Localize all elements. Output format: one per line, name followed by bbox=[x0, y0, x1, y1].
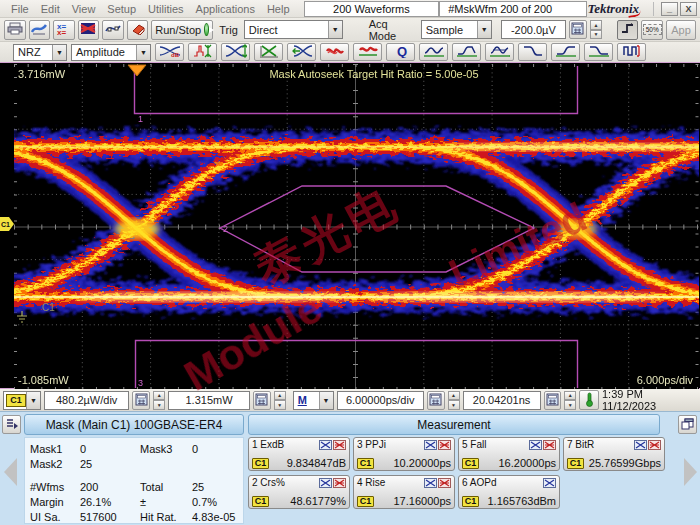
keypad-button[interactable] bbox=[544, 391, 562, 410]
vertical-scale-stepper[interactable]: ▲▼ bbox=[153, 391, 165, 410]
measurement-badge[interactable]: 4 Rise C1 17.16000ps bbox=[353, 475, 455, 509]
noise-button[interactable] bbox=[353, 43, 382, 61]
jitter-red-icon bbox=[324, 44, 346, 60]
waveform-badge-icon[interactable] bbox=[319, 440, 332, 450]
print-button[interactable] bbox=[4, 20, 26, 40]
menu-item[interactable]: Applications bbox=[190, 3, 261, 15]
edge-trigger-button[interactable] bbox=[617, 20, 639, 40]
app-button[interactable]: App bbox=[666, 20, 696, 40]
waveform-badge-icon[interactable] bbox=[543, 478, 556, 488]
menu-item[interactable]: View bbox=[66, 3, 102, 15]
keypad-button[interactable] bbox=[569, 20, 587, 39]
rise2-measure-button[interactable] bbox=[551, 43, 580, 61]
mask-stat-row: Mask2 25 bbox=[30, 456, 243, 471]
eye-width-button[interactable] bbox=[287, 43, 316, 61]
measure-category-select[interactable]: Amplitude▼ bbox=[71, 44, 151, 61]
measurement-badge[interactable]: 1 ExdB C1 9.834847dB bbox=[248, 437, 350, 471]
set-50pct-button[interactable]: 50% bbox=[641, 20, 663, 40]
waveform-badge-icon[interactable] bbox=[634, 440, 647, 450]
chevron-down-icon: ▼ bbox=[319, 392, 333, 409]
measurement-badge[interactable]: 3 PPJi C1 10.20000ps bbox=[353, 437, 455, 471]
timebase-select[interactable]: M ▼ bbox=[293, 391, 334, 410]
run-stop-button[interactable]: Run/Stop bbox=[151, 20, 213, 40]
panel-window-button[interactable] bbox=[678, 415, 697, 434]
mask-badge-icon[interactable] bbox=[333, 478, 346, 488]
fall2-measure-button[interactable] bbox=[584, 43, 613, 61]
crossing-button[interactable] bbox=[254, 43, 283, 61]
rise-measure-button[interactable] bbox=[452, 43, 481, 61]
menu-item[interactable]: Setup bbox=[101, 3, 142, 15]
waveform-badge-icon[interactable] bbox=[424, 478, 437, 488]
scale-control-bar: C1 ▼ 480.2µW/div ▲▼ 1.315mW ▲▼ M ▼ 6.000… bbox=[0, 389, 700, 411]
horizontal-scale-input[interactable]: 6.00000ps/div bbox=[337, 391, 424, 410]
chevron-down-icon: ▼ bbox=[136, 45, 150, 60]
panel-list-button[interactable] bbox=[2, 415, 21, 434]
mask-badge-icon[interactable] bbox=[438, 478, 451, 488]
mask-panel-header: Mask (Main C1) 100GBASE-ER4 bbox=[24, 414, 244, 435]
burst-measure-button[interactable] bbox=[617, 43, 646, 61]
keypad-button[interactable] bbox=[427, 391, 445, 410]
measurement-badges: 1 ExdB C1 9.834847dB 3 PPJi bbox=[248, 437, 665, 509]
close-button[interactable]: X bbox=[680, 2, 697, 16]
chevron-down-icon: ▼ bbox=[26, 392, 40, 409]
mask-badge-icon[interactable] bbox=[333, 440, 346, 450]
minimize-button[interactable]: _ bbox=[661, 2, 678, 16]
eye-height-icon bbox=[225, 44, 247, 60]
chevron-down-icon: ▼ bbox=[477, 21, 491, 38]
trigger-level-input[interactable]: -200.0µV bbox=[501, 20, 566, 39]
waveform-markers-button[interactable] bbox=[102, 20, 124, 40]
waveform-badge-icon[interactable] bbox=[319, 478, 332, 488]
jitter-button[interactable] bbox=[320, 43, 349, 61]
waveform-badge-icon[interactable] bbox=[529, 440, 542, 450]
wave-pulse-icon bbox=[489, 44, 511, 60]
q-factor-button[interactable]: Q bbox=[386, 43, 415, 61]
channel-select[interactable]: C1 ▼ bbox=[3, 391, 41, 410]
measurement-badge[interactable]: 6 AOPd C1 1.165763dBm bbox=[458, 475, 560, 509]
wave-period-icon bbox=[423, 44, 445, 60]
vertical-scale-input[interactable]: 480.2µW/div bbox=[44, 391, 129, 410]
menu-item[interactable]: Utilities bbox=[142, 3, 189, 15]
channel-c1-marker[interactable]: C1 bbox=[0, 217, 14, 231]
math-variables-button[interactable]: x=x= bbox=[53, 20, 75, 40]
scroll-left-button[interactable] bbox=[4, 458, 17, 486]
trigger-level-stepper[interactable]: ▲▼ bbox=[590, 20, 602, 39]
extinction-ratio-button[interactable]: dB bbox=[155, 43, 184, 61]
mask-badge-icon[interactable] bbox=[543, 440, 556, 450]
mask-stat-row: UI Sa. 517600 Hit Rat. 4.83e-05 bbox=[30, 509, 243, 524]
menu-item[interactable]: File bbox=[5, 3, 35, 15]
keypad-button[interactable] bbox=[253, 391, 271, 410]
fall-measure-button[interactable] bbox=[518, 43, 547, 61]
histogram-button[interactable] bbox=[188, 43, 217, 61]
signal-type-select[interactable]: NRZ▼ bbox=[13, 44, 67, 61]
mask-test-button[interactable] bbox=[78, 20, 100, 40]
noise-red-icon bbox=[357, 44, 379, 60]
mask-waveform-status-readout: #MskWfm 200 of 200 bbox=[439, 1, 587, 17]
menu-bar: FileEditViewSetupUtilitiesApplicationsHe… bbox=[0, 0, 700, 18]
period-measure-button[interactable] bbox=[419, 43, 448, 61]
eye-height-button[interactable] bbox=[221, 43, 250, 61]
horizontal-scale-stepper[interactable]: ▲▼ bbox=[448, 391, 460, 410]
scroll-right-button[interactable] bbox=[684, 458, 697, 486]
vertical-offset-stepper[interactable]: ▲▼ bbox=[274, 391, 286, 410]
keypad-button[interactable] bbox=[132, 391, 150, 410]
mask2-label: 2 bbox=[223, 224, 228, 234]
fifty-percent-icon: 50% bbox=[643, 24, 662, 35]
save-waveform-button[interactable] bbox=[29, 20, 51, 40]
acq-mode-select[interactable]: Sample▼ bbox=[421, 20, 492, 39]
horizontal-position-stepper[interactable]: ▲▼ bbox=[564, 391, 576, 410]
temperature-button[interactable] bbox=[579, 390, 599, 410]
mask-badge-icon[interactable] bbox=[438, 440, 451, 450]
measurement-badge[interactable]: 5 Fall C1 16.20000ps bbox=[458, 437, 560, 471]
main-toolbar: x=x= Run/Stop Trig Direct▼ Acq Mode Samp… bbox=[0, 18, 700, 42]
mask-badge-icon[interactable] bbox=[648, 440, 661, 450]
erase-button[interactable] bbox=[127, 20, 149, 40]
horizontal-position-input[interactable]: 20.04201ns bbox=[463, 391, 541, 410]
waveform-badge-icon[interactable] bbox=[424, 440, 437, 450]
run-play-icon bbox=[204, 23, 209, 36]
measurement-badge[interactable]: 7 BitR C1 25.76599Gbps bbox=[563, 437, 665, 471]
menu-item[interactable]: Help bbox=[261, 3, 296, 15]
measurement-badge[interactable]: 2 Crs% C1 48.61779% bbox=[248, 475, 350, 509]
menu-item[interactable]: Edit bbox=[35, 3, 66, 15]
trigger-source-select[interactable]: Direct▼ bbox=[244, 20, 343, 39]
pulse-measure-button[interactable] bbox=[485, 43, 514, 61]
